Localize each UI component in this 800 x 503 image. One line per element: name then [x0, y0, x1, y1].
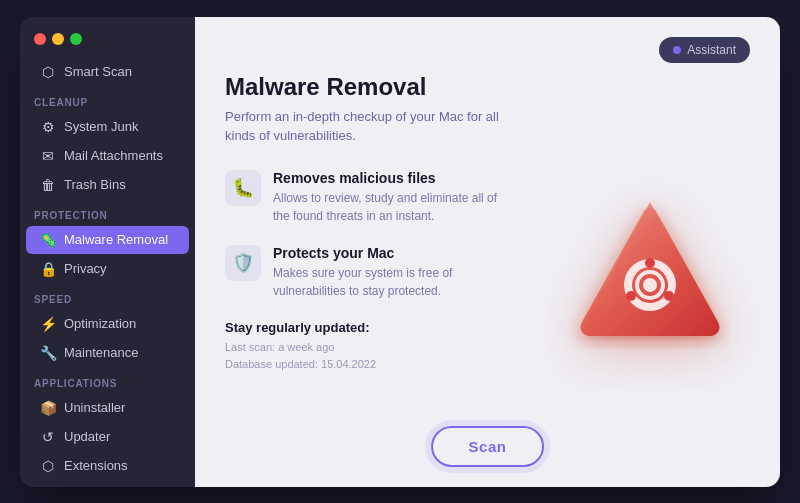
- trash-bins-label: Trash Bins: [64, 177, 126, 192]
- left-panel: Malware Removal Perform an in-depth chec…: [225, 73, 530, 467]
- sidebar-item-privacy[interactable]: 🔒Privacy: [26, 255, 189, 283]
- main-content: Assistant Malware Removal Perform an in-…: [195, 17, 780, 487]
- feature-desc-0: Allows to review, study and eliminate al…: [273, 189, 513, 225]
- sidebar-item-optimization[interactable]: ⚡Optimization: [26, 310, 189, 338]
- feature-icon-1: 🛡️: [225, 245, 261, 281]
- last-scan-text: Last scan: a week ago: [225, 339, 530, 357]
- updater-icon: ↺: [40, 429, 56, 445]
- biohazard-illustration: [570, 190, 730, 350]
- top-bar: Assistant: [225, 37, 750, 63]
- sidebar-item-extensions[interactable]: ⬡Extensions: [26, 452, 189, 480]
- system-junk-label: System Junk: [64, 119, 138, 134]
- page-title: Malware Removal: [225, 73, 530, 101]
- svg-point-3: [626, 291, 636, 301]
- feature-item-1: 🛡️ Protects your Mac Makes sure your sys…: [225, 245, 530, 300]
- svg-point-2: [664, 291, 674, 301]
- privacy-label: Privacy: [64, 261, 107, 276]
- sidebar-sections: Cleanup⚙System Junk✉Mail Attachments🗑Tra…: [20, 87, 195, 487]
- privacy-icon: 🔒: [40, 261, 56, 277]
- section-label-files: Files: [20, 481, 195, 487]
- scan-info: Stay regularly updated: Last scan: a wee…: [225, 320, 530, 374]
- optimization-label: Optimization: [64, 316, 136, 331]
- trash-bins-icon: 🗑: [40, 177, 56, 193]
- uninstaller-icon: 📦: [40, 400, 56, 416]
- optimization-icon: ⚡: [40, 316, 56, 332]
- feature-title-1: Protects your Mac: [273, 245, 513, 261]
- close-button[interactable]: [34, 33, 46, 45]
- feature-text-0: Removes malicious files Allows to review…: [273, 170, 513, 225]
- uninstaller-label: Uninstaller: [64, 400, 125, 415]
- system-junk-icon: ⚙: [40, 119, 56, 135]
- minimize-button[interactable]: [52, 33, 64, 45]
- extensions-icon: ⬡: [40, 458, 56, 474]
- smart-scan-icon: ⬡: [40, 64, 56, 80]
- svg-point-0: [643, 278, 657, 292]
- assistant-dot: [673, 46, 681, 54]
- assistant-button[interactable]: Assistant: [659, 37, 750, 63]
- feature-desc-1: Makes sure your system is free of vulner…: [273, 264, 513, 300]
- sidebar: ⬡ Smart Scan Cleanup⚙System Junk✉Mail At…: [20, 17, 195, 487]
- mail-attachments-label: Mail Attachments: [64, 148, 163, 163]
- db-updated-text: Database updated: 15.04.2022: [225, 356, 530, 374]
- page-subtitle: Perform an in-depth checkup of your Mac …: [225, 107, 505, 146]
- scan-info-title: Stay regularly updated:: [225, 320, 530, 335]
- content-area: Malware Removal Perform an in-depth chec…: [225, 73, 750, 467]
- section-label-speed: Speed: [20, 284, 195, 309]
- sidebar-item-maintenance[interactable]: 🔧Maintenance: [26, 339, 189, 367]
- sidebar-item-trash-bins[interactable]: 🗑Trash Bins: [26, 171, 189, 199]
- feature-text-1: Protects your Mac Makes sure your system…: [273, 245, 513, 300]
- section-label-cleanup: Cleanup: [20, 87, 195, 112]
- sidebar-item-system-junk[interactable]: ⚙System Junk: [26, 113, 189, 141]
- mail-attachments-icon: ✉: [40, 148, 56, 164]
- feature-title-0: Removes malicious files: [273, 170, 513, 186]
- section-label-protection: Protection: [20, 200, 195, 225]
- section-label-applications: Applications: [20, 368, 195, 393]
- scan-button[interactable]: Scan: [431, 426, 545, 467]
- malware-removal-label: Malware Removal: [64, 232, 168, 247]
- features-list: 🐛 Removes malicious files Allows to revi…: [225, 170, 530, 300]
- sidebar-item-smart-scan[interactable]: ⬡ Smart Scan: [26, 58, 189, 86]
- traffic-lights: [20, 29, 195, 57]
- updater-label: Updater: [64, 429, 110, 444]
- extensions-label: Extensions: [64, 458, 128, 473]
- sidebar-item-mail-attachments[interactable]: ✉Mail Attachments: [26, 142, 189, 170]
- maintenance-icon: 🔧: [40, 345, 56, 361]
- sidebar-item-label: Smart Scan: [64, 64, 132, 79]
- right-panel: [550, 73, 750, 467]
- svg-point-1: [645, 258, 655, 268]
- feature-item-0: 🐛 Removes malicious files Allows to revi…: [225, 170, 530, 225]
- sidebar-item-updater[interactable]: ↺Updater: [26, 423, 189, 451]
- sidebar-item-malware-removal[interactable]: 🦠Malware Removal: [26, 226, 189, 254]
- scan-button-container: Scan: [431, 426, 545, 467]
- feature-icon-0: 🐛: [225, 170, 261, 206]
- app-window: ⬡ Smart Scan Cleanup⚙System Junk✉Mail At…: [20, 17, 780, 487]
- assistant-label: Assistant: [687, 43, 736, 57]
- maximize-button[interactable]: [70, 33, 82, 45]
- malware-removal-icon: 🦠: [40, 232, 56, 248]
- sidebar-item-uninstaller[interactable]: 📦Uninstaller: [26, 394, 189, 422]
- maintenance-label: Maintenance: [64, 345, 138, 360]
